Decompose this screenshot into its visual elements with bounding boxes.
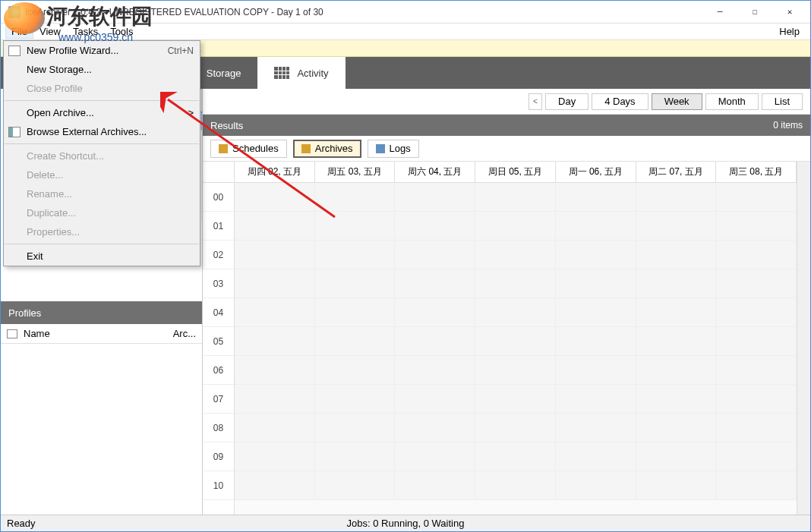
menu-separator [5, 100, 199, 101]
menu-tools[interactable]: Tools [104, 24, 139, 39]
tab-activity-label: Activity [297, 68, 328, 79]
time-label: 02 [203, 241, 234, 269]
menu-view[interactable]: View [33, 24, 67, 39]
menu-rename-label: Rename... [27, 188, 72, 200]
maximize-button[interactable]: ☐ [737, 1, 772, 24]
menu-browse-external[interactable]: Browse External Archives... [4, 122, 200, 141]
menu-separator [5, 244, 199, 244]
results-count: 0 items [773, 120, 803, 131]
profiles-columns: Name Arc... [1, 324, 202, 344]
day-header[interactable]: 周一 06, 五月 [556, 162, 636, 182]
time-label: 00 [203, 183, 234, 212]
menu-delete-label: Delete... [27, 169, 63, 181]
menu-help[interactable]: Help [773, 24, 806, 39]
logs-icon [376, 144, 385, 153]
menu-properties-label: Properties... [27, 226, 80, 238]
titlebar: IceArchiver 1.0.4.2 - UNREGISTERED EVALU… [1, 1, 810, 24]
menu-new-profile-wizard[interactable]: New Profile Wizard... Ctrl+N [4, 41, 200, 60]
day-header[interactable]: 周三 08, 五月 [716, 162, 797, 182]
submenu-arrow-icon: > [188, 107, 194, 118]
tab-activity[interactable]: Activity [257, 57, 345, 89]
range-bar: < Day 4 Days Week Month List [203, 89, 810, 115]
day-header[interactable]: 周四 02, 五月 [235, 162, 315, 182]
expand-icon[interactable] [7, 329, 17, 338]
window-title: IceArchiver 1.0.4.2 - UNREGISTERED EVALU… [25, 7, 702, 17]
range-day-button[interactable]: Day [545, 93, 589, 110]
profiles-panel: Profiles Name Arc... [1, 301, 202, 515]
day-header[interactable]: 周日 05, 五月 [475, 162, 556, 182]
filter-logs-label: Logs [390, 143, 411, 154]
time-label: 10 [203, 471, 234, 500]
status-jobs: Jobs: 0 Running, 0 Waiting [347, 518, 465, 529]
time-label: 08 [203, 414, 234, 442]
time-label: 06 [203, 356, 234, 385]
range-month-button[interactable]: Month [705, 93, 759, 110]
menu-duplicate-label: Duplicate... [27, 207, 76, 219]
col-name[interactable]: Name [24, 328, 166, 339]
range-week-button[interactable]: Week [652, 93, 702, 110]
vertical-scrollbar[interactable] [797, 162, 810, 515]
menu-close-profile-label: Close Profile [27, 83, 83, 94]
day-header[interactable]: 周二 07, 五月 [636, 162, 717, 182]
menu-open-archive-label: Open Archive... [27, 107, 94, 118]
time-column: 00 01 02 03 04 05 06 07 08 09 10 [203, 162, 235, 515]
profiles-header: Profiles [1, 301, 202, 324]
time-header-blank [203, 162, 234, 183]
filter-bar: Schedules Archives Logs [203, 136, 810, 162]
menu-delete: Delete... [4, 165, 200, 184]
file-dropdown: New Profile Wizard... Ctrl+N New Storage… [3, 40, 200, 266]
time-label: 05 [203, 327, 234, 356]
menu-create-shortcut-label: Create Shortcut... [27, 150, 104, 162]
schedule-grid: 00 01 02 03 04 05 06 07 08 09 10 周四 02, … [203, 162, 810, 515]
menu-separator [5, 143, 199, 144]
menu-exit[interactable]: Exit [4, 247, 200, 266]
profiles-title: Profiles [8, 307, 41, 319]
filter-schedules-button[interactable]: Schedules [210, 140, 287, 158]
grid-body[interactable] [235, 183, 797, 500]
minimize-button[interactable]: ─ [702, 1, 737, 24]
range-list-button[interactable]: List [762, 93, 803, 110]
app-icon [8, 6, 21, 18]
time-label: 07 [203, 385, 234, 414]
filter-logs-button[interactable]: Logs [368, 140, 419, 158]
activity-icon [274, 67, 289, 79]
archives-icon [301, 144, 311, 153]
filter-archives-label: Archives [315, 143, 353, 154]
menu-exit-label: Exit [27, 250, 43, 262]
schedules-icon [219, 144, 228, 153]
grid-main: 周四 02, 五月 周五 03, 五月 周六 04, 五月 周日 05, 五月 … [235, 162, 797, 515]
day-header[interactable]: 周五 03, 五月 [315, 162, 396, 182]
menu-rename: Rename... [4, 184, 200, 203]
status-ready: Ready [7, 518, 36, 529]
col-archives[interactable]: Arc... [166, 328, 196, 339]
menu-new-profile-shortcut: Ctrl+N [168, 46, 194, 56]
menu-properties: Properties... [4, 222, 200, 241]
menu-create-shortcut: Create Shortcut... [4, 146, 200, 165]
results-bar: Results 0 items [203, 115, 810, 136]
menu-file[interactable]: File [5, 24, 33, 39]
results-label: Results [210, 120, 243, 131]
new-profile-icon [8, 46, 21, 56]
time-label: 03 [203, 269, 234, 298]
time-label: 04 [203, 298, 234, 327]
menu-new-profile-label: New Profile Wizard... [27, 45, 118, 56]
menu-open-archive[interactable]: Open Archive... > [4, 103, 200, 122]
menubar: File View Tasks Tools Help [1, 24, 810, 40]
time-label: 01 [203, 212, 234, 241]
range-4days-button[interactable]: 4 Days [592, 93, 648, 110]
right-column: < Day 4 Days Week Month List Results 0 i… [203, 89, 810, 515]
range-prev-button[interactable]: < [529, 93, 542, 110]
menu-close-profile: Close Profile [4, 79, 200, 98]
menu-new-storage-label: New Storage... [27, 64, 92, 75]
menu-new-storage[interactable]: New Storage... [4, 60, 200, 79]
menu-tasks[interactable]: Tasks [67, 24, 104, 39]
close-button[interactable]: ✕ [772, 1, 807, 24]
browse-external-icon [8, 127, 21, 137]
day-headers: 周四 02, 五月 周五 03, 五月 周六 04, 五月 周日 05, 五月 … [235, 162, 797, 183]
filter-archives-button[interactable]: Archives [293, 140, 361, 158]
statusbar: Ready Jobs: 0 Running, 0 Waiting [1, 515, 810, 531]
menu-duplicate: Duplicate... [4, 203, 200, 222]
day-header[interactable]: 周六 04, 五月 [395, 162, 475, 182]
filter-schedules-label: Schedules [232, 143, 279, 154]
tab-storage-label: Storage [207, 68, 241, 79]
